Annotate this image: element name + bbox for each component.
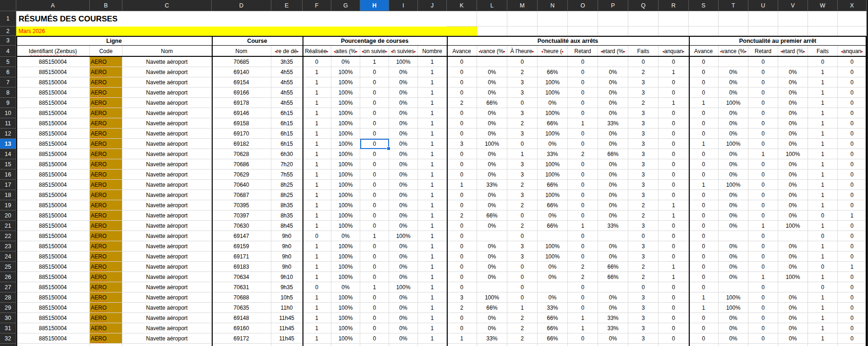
col-header-P[interactable]: P (598, 0, 628, 11)
cell-H5[interactable]: 1 (360, 57, 389, 67)
cell-I27[interactable]: 100% (389, 282, 418, 292)
cell-L7[interactable]: 0% (477, 77, 507, 88)
cell-J7[interactable]: 1 (418, 77, 447, 88)
cell-L2[interactable] (477, 27, 507, 36)
cell-V9[interactable]: 0% (778, 98, 808, 108)
cell-N8[interactable]: 100% (538, 88, 568, 98)
cell-I31[interactable]: 0% (389, 323, 418, 333)
cell-A33[interactable] (16, 344, 90, 346)
cell-M30[interactable]: 2 (507, 313, 538, 323)
cell-W15[interactable]: 1 (808, 159, 838, 170)
cell-P1[interactable] (598, 11, 628, 27)
cell-P21[interactable]: 33% (598, 221, 628, 231)
cell-E20[interactable]: 8h35 (271, 210, 303, 221)
column-header-E4[interactable]: ◂re de dé▸ (271, 46, 303, 57)
cell-F28[interactable]: 1 (303, 292, 331, 303)
column-header-Q4[interactable]: Faits (628, 46, 659, 57)
cell-U22[interactable]: 0 (748, 231, 778, 241)
column-header-R4[interactable]: ◂anquan▸ (659, 46, 689, 57)
cell-F32[interactable]: 1 (303, 333, 331, 344)
cell-R18[interactable]: 0 (659, 190, 689, 200)
cell-M12[interactable]: 3 (507, 129, 538, 139)
cell-R21[interactable]: 0 (659, 221, 689, 231)
cell-A24[interactable]: 885150004 (16, 251, 90, 262)
cell-A23[interactable]: 885150004 (16, 241, 90, 251)
group-header-course[interactable]: Course (212, 36, 303, 46)
cell-R5[interactable]: 0 (659, 57, 689, 67)
cell-O29[interactable]: 0 (568, 303, 598, 313)
cell-C5[interactable]: Navette aéroport (122, 57, 212, 67)
row-header-9[interactable]: 9 (0, 98, 16, 108)
cell-N30[interactable]: 66% (538, 313, 568, 323)
cell-K17[interactable]: 1 (447, 180, 477, 190)
cell-M25[interactable]: 0 (507, 262, 538, 272)
cell-M33[interactable] (507, 344, 538, 346)
cell-T20[interactable]: 0% (719, 210, 748, 221)
cell-R10[interactable]: 0 (659, 108, 689, 118)
cell-I22[interactable]: 100% (389, 231, 418, 241)
cell-R17[interactable]: 0 (659, 180, 689, 190)
cell-R6[interactable]: 1 (659, 67, 689, 77)
cell-G14[interactable]: 100% (331, 149, 360, 159)
cell-M15[interactable]: 3 (507, 159, 538, 170)
cell-N33[interactable] (538, 344, 568, 346)
column-header-B4[interactable]: Code (90, 46, 122, 57)
cell-F31[interactable]: 1 (303, 323, 331, 333)
cell-U33[interactable] (748, 344, 778, 346)
cell-G22[interactable]: 0% (331, 231, 360, 241)
cell-J21[interactable]: 1 (418, 221, 447, 231)
cell-S6[interactable]: 0 (689, 67, 719, 77)
cell-Q25[interactable]: 2 (628, 262, 659, 272)
cell-S28[interactable]: 1 (689, 292, 719, 303)
cell-O31[interactable]: 1 (568, 323, 598, 333)
cell-X11[interactable]: 0 (838, 118, 867, 129)
cell-X9[interactable]: 0 (838, 98, 867, 108)
cell-K21[interactable]: 0 (447, 221, 477, 231)
cell-Q30[interactable]: 3 (628, 313, 659, 323)
cell-D14[interactable]: 70628 (212, 149, 271, 159)
cell-X24[interactable]: 0 (838, 251, 867, 262)
cell-R15[interactable]: 0 (659, 159, 689, 170)
cell-J11[interactable]: 1 (418, 118, 447, 129)
cell-Q7[interactable]: 3 (628, 77, 659, 88)
cell-T11[interactable]: 0% (719, 118, 748, 129)
cell-V8[interactable]: 0% (778, 88, 808, 98)
cell-H20[interactable]: 0 (360, 210, 389, 221)
cell-W2[interactable] (808, 27, 838, 36)
cell-G28[interactable]: 100% (331, 292, 360, 303)
cell-S14[interactable]: 0 (689, 149, 719, 159)
cell-P26[interactable]: 66% (598, 272, 628, 282)
cell-H14[interactable]: 0 (360, 149, 389, 159)
cell-D17[interactable]: 70640 (212, 180, 271, 190)
cell-U29[interactable]: 0 (748, 303, 778, 313)
cell-F17[interactable]: 1 (303, 180, 331, 190)
cell-J19[interactable]: 1 (418, 200, 447, 210)
cell-D29[interactable]: 70635 (212, 303, 271, 313)
column-header-U4[interactable]: Retard (748, 46, 778, 57)
cell-C11[interactable]: Navette aéroport (122, 118, 212, 129)
column-header-C4[interactable]: Nom (122, 46, 212, 57)
cell-K25[interactable]: 0 (447, 262, 477, 272)
cell-J15[interactable]: 1 (418, 159, 447, 170)
cell-O18[interactable]: 0 (568, 190, 598, 200)
row-header-31[interactable]: 31 (0, 323, 16, 333)
cell-X8[interactable]: 0 (838, 88, 867, 98)
cell-F19[interactable]: 1 (303, 200, 331, 210)
cell-Q22[interactable]: 0 (628, 231, 659, 241)
group-header-pourcentage-de-courses[interactable]: Pourcentage de courses (303, 36, 447, 46)
cell-G25[interactable]: 100% (331, 262, 360, 272)
cell-G5[interactable]: 0% (331, 57, 360, 67)
cell-X21[interactable]: 0 (838, 221, 867, 231)
cell-H15[interactable]: 0 (360, 159, 389, 170)
cell-F13[interactable]: 1 (303, 139, 331, 149)
cell-X2[interactable] (838, 27, 867, 36)
col-header-R[interactable]: R (659, 0, 689, 11)
cell-H16[interactable]: 0 (360, 170, 389, 180)
cell-A26[interactable]: 885150004 (16, 272, 90, 282)
cell-B10[interactable]: AERO (90, 108, 122, 118)
cell-S5[interactable]: 0 (689, 57, 719, 67)
cell-O2[interactable] (568, 27, 598, 36)
cell-T26[interactable]: 0% (719, 272, 748, 282)
cell-T6[interactable]: 0% (719, 67, 748, 77)
col-header-F[interactable]: F (303, 0, 331, 11)
